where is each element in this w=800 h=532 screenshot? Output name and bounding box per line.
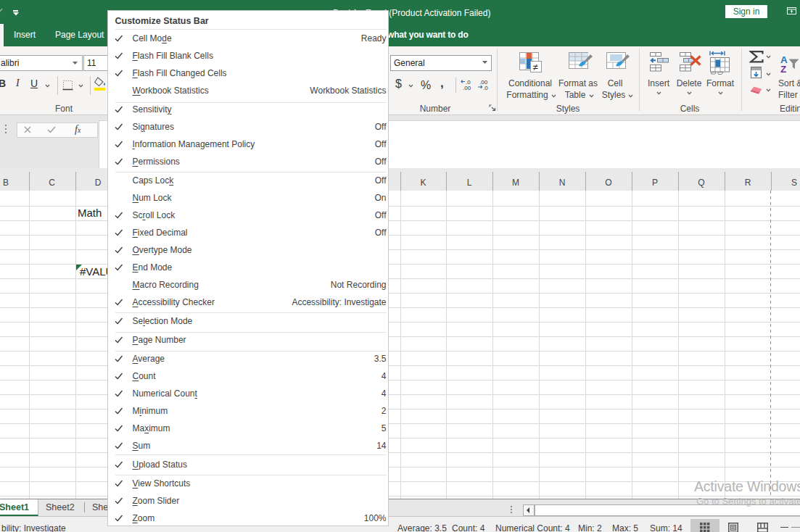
svg-text:Z: Z [780,63,786,74]
svg-text:≠: ≠ [533,62,538,72]
svg-text:.0: .0 [483,84,488,90]
svg-text:.00: .00 [463,84,471,90]
